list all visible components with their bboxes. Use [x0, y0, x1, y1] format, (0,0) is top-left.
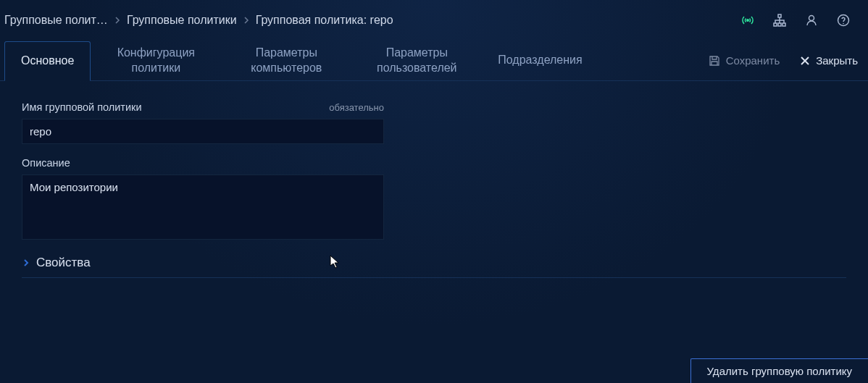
breadcrumb-item-0[interactable]: Групповые полит… [4, 14, 108, 27]
section-properties-row: Свойства [22, 256, 846, 278]
tab-org-units[interactable]: Подразделения [482, 41, 598, 80]
desc-label: Описание [22, 157, 70, 169]
close-button[interactable]: Закрыть [790, 41, 868, 80]
chevron-right-icon [243, 17, 250, 24]
desc-input[interactable] [22, 174, 384, 240]
svg-rect-2 [774, 23, 777, 26]
section-properties-label: Свойства [36, 256, 91, 270]
tab-user-params[interactable]: Параметры пользователей [351, 41, 482, 80]
save-label: Сохранить [726, 54, 780, 67]
name-hint: обязательно [329, 102, 384, 113]
cursor-pointer-icon [330, 255, 340, 269]
svg-point-0 [747, 20, 748, 21]
main-form: Имя групповой политики обязательно Описа… [0, 81, 406, 243]
broadcast-icon[interactable] [740, 13, 755, 28]
svg-rect-4 [783, 23, 785, 26]
chevron-right-icon [114, 17, 121, 24]
name-label: Имя групповой политики [22, 101, 142, 113]
close-label: Закрыть [816, 54, 858, 67]
delete-policy-button[interactable]: Удалить групповую политику [690, 358, 868, 383]
field-name: Имя групповой политики обязательно [22, 101, 384, 144]
svg-point-5 [809, 16, 814, 21]
tab-computer-params[interactable]: Параметры компьютеров [221, 41, 351, 80]
close-icon [800, 56, 810, 66]
tab-policy-config[interactable]: Конфигурация политики [91, 41, 221, 80]
user-icon[interactable] [804, 13, 819, 28]
breadcrumb: Групповые полит… Групповые политики Груп… [4, 14, 393, 27]
save-icon [709, 55, 720, 67]
svg-rect-3 [778, 23, 781, 26]
field-description: Описание [22, 157, 384, 243]
name-input[interactable] [22, 119, 384, 144]
chevron-right-icon [22, 258, 30, 267]
help-icon[interactable] [836, 13, 851, 28]
svg-point-7 [843, 23, 844, 25]
top-icons [740, 13, 864, 28]
section-properties-toggle[interactable]: Свойства [22, 256, 846, 270]
sitemap-icon[interactable] [772, 13, 787, 28]
tabs-row: Основное Конфигурация политики Параметры… [0, 41, 868, 81]
breadcrumb-item-2: Групповая политика: repo [256, 14, 393, 27]
svg-rect-1 [778, 14, 781, 17]
tab-main[interactable]: Основное [4, 41, 91, 81]
breadcrumb-item-1[interactable]: Групповые политики [127, 14, 237, 27]
save-button[interactable]: Сохранить [698, 41, 790, 80]
